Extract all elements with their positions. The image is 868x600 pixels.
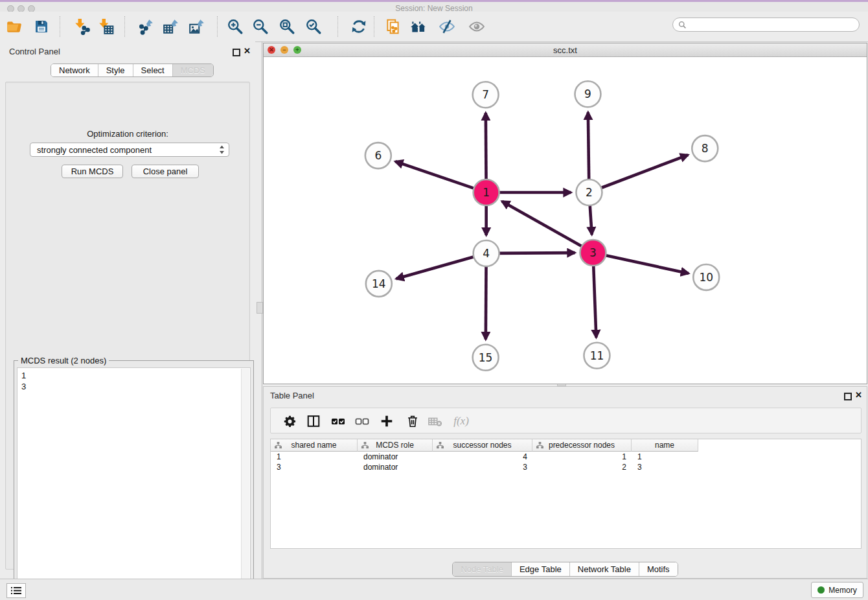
- edge-1-6[interactable]: [395, 161, 475, 189]
- mcds-result-group: MCDS result (2 nodes) 1 3: [14, 360, 254, 600]
- edge-4-15[interactable]: [486, 264, 486, 340]
- tab-network-table[interactable]: Network Table: [570, 562, 639, 576]
- node-6[interactable]: 6: [365, 143, 391, 168]
- toolbar-separator: [124, 16, 125, 37]
- unselect-all-columns-icon[interactable]: [351, 410, 373, 432]
- mcds-result-textarea[interactable]: 1 3: [17, 367, 251, 600]
- optimization-criterion-select[interactable]: strongly connected component: [30, 143, 229, 157]
- node-11[interactable]: 11: [584, 343, 610, 369]
- cell-shared-name[interactable]: 1: [271, 452, 358, 462]
- control-panel-tabbar: NetworkStyleSelectMCDS: [51, 63, 214, 77]
- zoom-out-icon[interactable]: [249, 16, 271, 38]
- node-15[interactable]: 15: [473, 345, 499, 371]
- cell-successor-nodes[interactable]: 4: [433, 452, 532, 462]
- column-header-predecessor-nodes[interactable]: predecessor nodes: [532, 439, 632, 452]
- cell-MCDS-role[interactable]: dominator: [358, 462, 433, 472]
- memory-button[interactable]: Memory: [811, 582, 863, 598]
- column-header-successor-nodes[interactable]: successor nodes: [433, 439, 532, 452]
- column-header-shared-name[interactable]: shared name: [271, 439, 358, 452]
- node-1[interactable]: 1: [474, 179, 499, 205]
- node-7[interactable]: 7: [473, 82, 499, 108]
- edge-2-9[interactable]: [588, 112, 589, 181]
- close-panel-button[interactable]: Close panel: [131, 165, 199, 178]
- tab-mcds[interactable]: MCDS: [173, 64, 213, 76]
- export-image-icon[interactable]: [186, 16, 208, 38]
- cell-predecessor-nodes[interactable]: 2: [532, 462, 632, 472]
- hide-selected-icon[interactable]: [436, 16, 458, 38]
- open-file-icon[interactable]: [3, 16, 25, 38]
- split-table-view-icon[interactable]: [303, 410, 325, 432]
- edge-3-11[interactable]: [593, 264, 596, 338]
- node-table[interactable]: shared nameMCDS rolesuccessor nodesprede…: [270, 439, 862, 549]
- column-header-MCDS-role[interactable]: MCDS role: [358, 439, 433, 452]
- edge-4-3[interactable]: [497, 253, 575, 253]
- cell-name[interactable]: 3: [632, 462, 698, 472]
- task-history-button[interactable]: [6, 583, 26, 598]
- export-network-icon[interactable]: [135, 16, 157, 38]
- tab-edge-table[interactable]: Edge Table: [512, 562, 570, 576]
- clone-network-icon[interactable]: [382, 16, 404, 38]
- mcds-result-title: MCDS result (2 nodes): [18, 356, 109, 365]
- cell-successor-nodes[interactable]: 3: [433, 462, 532, 472]
- edge-3-1[interactable]: [502, 202, 584, 248]
- run-mcds-button[interactable]: Run MCDS: [62, 165, 123, 178]
- node-9[interactable]: 9: [575, 81, 600, 107]
- column-header-name[interactable]: name: [632, 439, 698, 452]
- cell-MCDS-role[interactable]: dominator: [358, 452, 433, 462]
- tab-motifs[interactable]: Motifs: [639, 562, 678, 576]
- search-input[interactable]: [689, 19, 859, 30]
- select-all-columns-icon[interactable]: [327, 410, 349, 432]
- zoom-fit-icon[interactable]: [276, 16, 298, 38]
- optimization-criterion-value: strongly connected component: [37, 145, 219, 155]
- node-label: 14: [372, 277, 386, 290]
- zoom-in-icon[interactable]: [224, 16, 246, 38]
- node-2[interactable]: 2: [576, 179, 602, 205]
- node-label: 15: [479, 351, 493, 364]
- add-column-icon[interactable]: [376, 410, 398, 432]
- edge-3-10[interactable]: [604, 255, 689, 273]
- table-panel-close-button[interactable]: ✕: [855, 391, 862, 399]
- network-window-titlebar[interactable]: ✕ − + scc.txt: [264, 43, 867, 57]
- search-field[interactable]: [672, 17, 860, 32]
- zoom-selected-icon[interactable]: [303, 16, 325, 38]
- import-table-icon[interactable]: [95, 16, 117, 38]
- network-canvas[interactable]: 1234678910111415: [264, 57, 867, 384]
- edge-1-7[interactable]: [486, 113, 486, 181]
- column-settings-icon[interactable]: [279, 410, 301, 432]
- tab-network[interactable]: Network: [51, 64, 98, 76]
- show-all-icon[interactable]: [466, 16, 488, 38]
- node-3[interactable]: 3: [580, 240, 606, 266]
- edge-2-3[interactable]: [590, 203, 592, 235]
- mcds-result-text: 1 3: [17, 368, 250, 394]
- network-graph[interactable]: 1234678910111415: [264, 57, 867, 384]
- search-icon: [678, 21, 687, 29]
- node-4[interactable]: 4: [474, 240, 499, 266]
- table-panel-title: Table Panel: [270, 391, 314, 400]
- table-row[interactable]: 1dominator411: [271, 452, 861, 462]
- node-8[interactable]: 8: [692, 135, 718, 161]
- node-14[interactable]: 14: [366, 271, 392, 297]
- save-session-icon[interactable]: [30, 16, 52, 38]
- delete-column-icon[interactable]: [402, 410, 424, 432]
- import-network-icon[interactable]: [71, 16, 93, 38]
- result-scrollbar[interactable]: [241, 369, 249, 600]
- vertical-splitter-handle[interactable]: [257, 302, 263, 314]
- cell-predecessor-nodes[interactable]: 1: [532, 452, 632, 462]
- cell-shared-name[interactable]: 3: [271, 462, 358, 472]
- export-table-icon[interactable]: [160, 16, 182, 38]
- control-panel-close-button[interactable]: ✕: [244, 47, 251, 55]
- edge-4-14[interactable]: [396, 257, 476, 279]
- table-panel-float-button[interactable]: [844, 393, 852, 400]
- mcds-panel: Optimization criterion: strongly connect…: [5, 82, 250, 570]
- table-tabbar-container: Node TableEdge TableNetwork TableMotifs: [264, 562, 867, 577]
- tab-node-table[interactable]: Node Table: [453, 562, 512, 576]
- apply-layout-icon[interactable]: [348, 16, 370, 38]
- node-10[interactable]: 10: [693, 264, 719, 290]
- cell-name[interactable]: 1: [632, 452, 698, 462]
- tab-select[interactable]: Select: [133, 64, 173, 76]
- table-row[interactable]: 3dominator323: [271, 462, 861, 472]
- control-panel-float-button[interactable]: [233, 49, 240, 56]
- tab-style[interactable]: Style: [98, 64, 133, 76]
- edge-2-8[interactable]: [599, 155, 688, 189]
- first-neighbors-icon[interactable]: [407, 16, 429, 38]
